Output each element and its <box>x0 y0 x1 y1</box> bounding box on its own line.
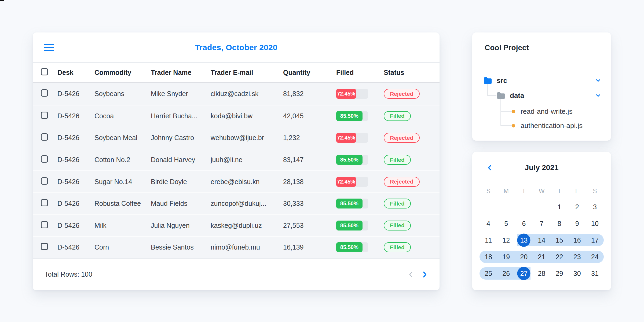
day-cell[interactable]: 15 <box>551 232 568 248</box>
chevron-down-icon[interactable] <box>595 77 601 84</box>
calendar-grid: S M T W T F S 1 2 3 4 5 6 7 8 9 10 <box>480 184 604 282</box>
cell-trader: Birdie Doyle <box>151 178 211 186</box>
table-row[interactable]: D-5426 Sugar No.14 Birdie Doyle erebe@eb… <box>33 170 440 192</box>
file-tree: src data read-and-write.js authenticatio… <box>472 63 611 140</box>
day-cell[interactable]: 12 <box>497 232 515 248</box>
day-cell[interactable]: 8 <box>551 215 568 232</box>
filled-progress-bar: 72.45% <box>336 133 368 143</box>
day-cell[interactable]: 26 <box>497 265 515 282</box>
day-cell[interactable]: 25 <box>480 265 497 282</box>
day-cell[interactable]: 7 <box>533 215 550 232</box>
day-cell[interactable]: 2 <box>568 199 586 215</box>
day-cell[interactable]: 6 <box>515 215 533 232</box>
status-badge: Rejected <box>384 89 420 99</box>
table-row[interactable]: D-5426 Soybean Meal Johnny Castro wehubo… <box>33 127 440 149</box>
row-checkbox[interactable] <box>41 199 48 206</box>
cell-desk: D-5426 <box>57 200 94 207</box>
day-cell[interactable]: 1 <box>551 199 568 215</box>
day-cell-empty <box>480 199 497 215</box>
tree-node-src[interactable]: src <box>483 76 507 85</box>
cell-email: nimo@funeb.mu <box>211 243 283 251</box>
tree-node-data[interactable]: data <box>496 91 524 100</box>
day-cell-range-end[interactable]: 27 <box>515 265 533 282</box>
folder-icon <box>483 76 492 85</box>
cell-email: erebe@ebisu.kn <box>211 178 283 186</box>
day-cell[interactable]: 24 <box>586 248 604 265</box>
table-row[interactable]: D-5426 Cocoa Harriet Bucha... koda@bivi.… <box>33 105 440 127</box>
tree-node-file[interactable]: read-and-write.js <box>512 107 573 116</box>
day-cell[interactable]: 31 <box>586 265 604 282</box>
table-header-row: Desk Commodity Trader Name Trader E-mail… <box>33 63 440 83</box>
filled-progress-bar: 85.50% <box>336 221 368 230</box>
weekday-row: S M T W T F S <box>480 184 604 199</box>
day-cell[interactable]: 20 <box>515 248 533 265</box>
status-badge: Filled <box>384 111 411 121</box>
cell-desk: D-5426 <box>57 178 94 186</box>
calendar-week: 18 19 20 21 22 23 24 <box>480 248 604 265</box>
prev-month-icon[interactable] <box>486 164 493 171</box>
cell-email: juuh@li.ne <box>211 156 283 164</box>
day-cell[interactable]: 22 <box>551 248 568 265</box>
trades-title: Trades, October 2020 <box>33 43 440 52</box>
next-page-icon[interactable] <box>422 270 428 279</box>
cell-desk: D-5426 <box>57 90 94 98</box>
row-checkbox[interactable] <box>41 177 48 185</box>
cell-quantity: 1,232 <box>283 134 336 142</box>
calendar-card: July 2021 S M T W T F S 1 2 3 4 5 6 7 8 … <box>472 152 611 290</box>
day-cell[interactable]: 17 <box>586 232 604 248</box>
weekday-label: F <box>568 184 586 199</box>
row-checkbox[interactable] <box>41 243 48 250</box>
file-tree-card: Cool Project src data read-and-write.js … <box>472 32 611 141</box>
day-cell[interactable]: 3 <box>586 199 604 215</box>
table-row[interactable]: D-5426 Robusta Coffee Maud Fields zuncop… <box>33 192 440 214</box>
status-badge: Filled <box>384 155 411 165</box>
column-header-email: Trader E-mail <box>211 69 283 76</box>
row-checkbox[interactable] <box>41 221 48 228</box>
row-checkbox[interactable] <box>41 155 48 163</box>
weekday-label: M <box>497 184 515 199</box>
column-header-filled: Filled <box>336 69 384 76</box>
day-cell[interactable]: 10 <box>586 215 604 232</box>
weekday-label: T <box>551 184 568 199</box>
day-cell-range-start[interactable]: 13 <box>515 232 533 248</box>
table-row[interactable]: D-5426 Cotton No.2 Donald Harvey juuh@li… <box>33 149 440 171</box>
day-cell[interactable]: 30 <box>568 265 586 282</box>
folder-label: data <box>510 92 524 100</box>
day-cell[interactable]: 21 <box>533 248 550 265</box>
cell-email: koda@bivi.bw <box>211 112 283 120</box>
tree-node-file[interactable]: authentication-api.js <box>512 121 583 130</box>
weekday-label: S <box>480 184 497 199</box>
cell-commodity: Robusta Coffee <box>94 200 151 207</box>
cell-trader: Bessie Santos <box>151 243 211 251</box>
table-row[interactable]: D-5426 Corn Bessie Santos nimo@funeb.mu … <box>33 236 440 258</box>
day-cell[interactable]: 9 <box>568 215 586 232</box>
day-cell[interactable]: 19 <box>497 248 515 265</box>
cell-commodity: Corn <box>94 243 151 251</box>
day-cell[interactable]: 28 <box>533 265 550 282</box>
cell-trader: Donald Harvey <box>151 156 211 164</box>
day-cell[interactable]: 11 <box>480 232 497 248</box>
row-checkbox[interactable] <box>41 112 48 119</box>
cell-quantity: 81,832 <box>283 90 336 98</box>
day-cell[interactable]: 16 <box>568 232 586 248</box>
day-cell[interactable]: 23 <box>568 248 586 265</box>
chevron-down-icon[interactable] <box>595 92 601 99</box>
status-badge: Rejected <box>384 133 420 143</box>
page: { "trades": { "title": "Trades, October … <box>0 0 644 322</box>
day-cell[interactable]: 18 <box>480 248 497 265</box>
filled-progress-bar: 85.50% <box>336 111 368 121</box>
calendar-week: 11 12 13 14 15 16 17 <box>480 232 604 248</box>
trades-header: Trades, October 2020 <box>33 32 440 63</box>
select-all-checkbox[interactable] <box>41 68 48 75</box>
cell-desk: D-5426 <box>57 112 94 120</box>
day-cell[interactable]: 5 <box>497 215 515 232</box>
row-checkbox[interactable] <box>41 89 48 97</box>
day-cell[interactable]: 29 <box>551 265 568 282</box>
table-row[interactable]: D-5426 Milk Julia Nguyen kaskeg@dupli.uz… <box>33 214 440 236</box>
cell-quantity: 16,139 <box>283 243 336 251</box>
day-cell[interactable]: 4 <box>480 215 497 232</box>
table-row[interactable]: D-5426 Soybeans Mike Snyder cikiuz@cadzi… <box>33 83 440 105</box>
day-cell[interactable]: 14 <box>533 232 550 248</box>
prev-page-icon[interactable] <box>408 270 414 279</box>
row-checkbox[interactable] <box>41 133 48 141</box>
